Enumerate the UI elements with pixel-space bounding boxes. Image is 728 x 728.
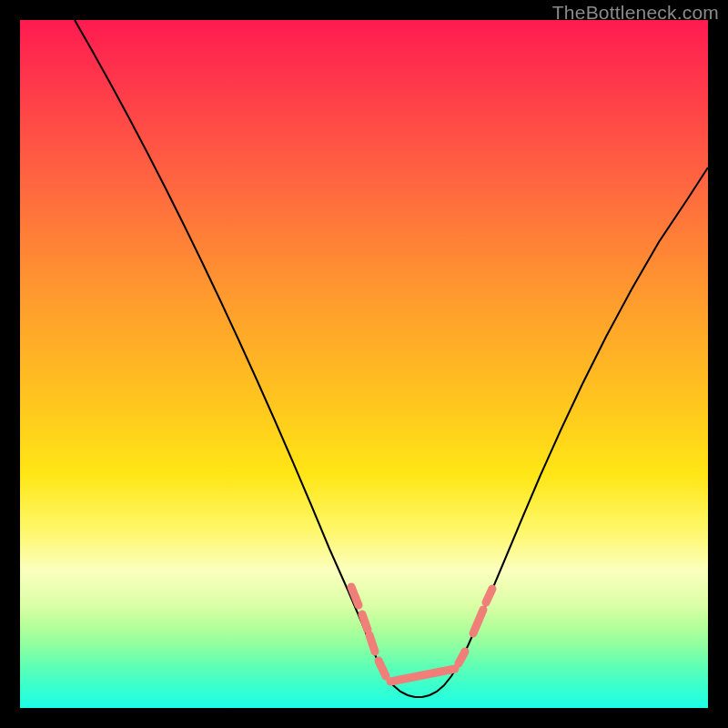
watermark-text: TheBottleneck.com <box>552 2 719 24</box>
marker-segment <box>486 589 492 602</box>
marker-segment <box>362 614 368 630</box>
marker-segment <box>473 610 483 633</box>
marker-segment <box>379 661 386 676</box>
marker-segment <box>459 652 465 663</box>
marker-segment <box>369 635 375 652</box>
marker-segment <box>390 669 455 682</box>
curve-markers <box>351 587 492 682</box>
chart-plot-area <box>20 20 708 708</box>
curve-main <box>75 20 708 697</box>
chart-frame: TheBottleneck.com <box>0 0 728 728</box>
chart-svg <box>20 20 708 708</box>
bottleneck-curve <box>75 20 708 697</box>
